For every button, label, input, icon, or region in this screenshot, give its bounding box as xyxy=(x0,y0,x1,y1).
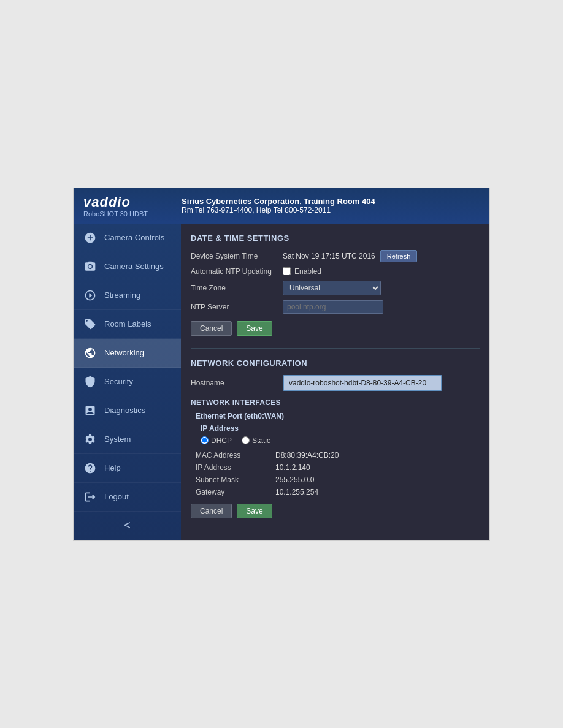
interfaces-title: NETWORK INTERFACES xyxy=(191,398,480,407)
network-section-title: NETWORK CONFIGURATION xyxy=(191,358,480,368)
sidebar-label-logout: Logout xyxy=(104,492,129,501)
sidebar-item-security[interactable]: Security xyxy=(74,368,181,396)
static-option[interactable]: Static xyxy=(242,436,270,445)
sidebar-collapse-button[interactable]: < xyxy=(74,512,181,539)
sidebar-label-camera-controls: Camera Controls xyxy=(104,233,164,242)
ip-label: IP Address xyxy=(196,463,275,472)
ip-row: IP Address 10.1.2.140 xyxy=(196,463,480,472)
date-time-save-button[interactable]: Save xyxy=(237,321,272,336)
logo-area: vaddio RoboSHOT 30 HDBT xyxy=(83,194,182,218)
plus-icon xyxy=(82,230,98,246)
sidebar-item-help[interactable]: Help xyxy=(74,454,181,483)
date-time-section-title: DATE & TIME SETTINGS xyxy=(191,233,480,243)
sidebar-label-security: Security xyxy=(104,377,133,386)
ntp-server-input[interactable] xyxy=(283,300,383,314)
subnet-row: Subnet Mask 255.255.0.0 xyxy=(196,476,480,484)
ntp-row: Automatic NTP Updating Enabled xyxy=(191,267,480,276)
ntp-enabled-label[interactable]: Enabled xyxy=(283,267,321,276)
device-time-label: Device System Time xyxy=(191,252,283,260)
ip-address-title: IP Address xyxy=(201,424,480,433)
sidebar: Camera Controls Camera Settings Streamin… xyxy=(74,224,181,540)
hostname-input[interactable] xyxy=(283,375,442,391)
logo-text: vaddio xyxy=(83,194,182,210)
ntp-enabled-text: Enabled xyxy=(294,267,321,276)
ip-mode-row: DHCP Static xyxy=(201,436,480,445)
date-time-btn-row: Cancel Save xyxy=(191,321,480,336)
camera-icon xyxy=(82,259,98,275)
timezone-select[interactable]: Universal xyxy=(283,281,381,295)
play-icon xyxy=(82,287,98,303)
date-time-section: DATE & TIME SETTINGS Device System Time … xyxy=(191,233,480,336)
company-title: Sirius Cybernetics Corporation, Training… xyxy=(182,197,375,206)
header-info: Sirius Cybernetics Corporation, Training… xyxy=(182,197,375,214)
ntp-server-label: NTP Server xyxy=(191,303,283,311)
device-time-row: Device System Time Sat Nov 19 17:15 UTC … xyxy=(191,250,480,262)
eth-title: Ethernet Port (eth0:WAN) xyxy=(196,412,480,420)
dhcp-option[interactable]: DHCP xyxy=(201,436,232,445)
network-cancel-button[interactable]: Cancel xyxy=(191,504,232,518)
device-time-value: Sat Nov 19 17:15 UTC 2016 xyxy=(283,252,375,260)
globe-icon xyxy=(82,345,98,361)
sidebar-label-room-labels: Room Labels xyxy=(104,319,151,328)
mac-label: MAC Address xyxy=(196,451,275,460)
section-divider xyxy=(191,348,480,349)
sidebar-label-help: Help xyxy=(104,463,121,472)
chart-icon xyxy=(82,403,98,419)
sidebar-item-camera-settings[interactable]: Camera Settings xyxy=(74,252,181,281)
contact-info: Rm Tel 763-971-4400, Help Tel 800-572-20… xyxy=(182,206,375,214)
network-btn-row: Cancel Save xyxy=(191,504,480,518)
sidebar-label-system: System xyxy=(104,434,131,444)
subnet-label: Subnet Mask xyxy=(196,476,275,484)
model-subtitle: RoboSHOT 30 HDBT xyxy=(83,210,182,218)
sidebar-item-streaming[interactable]: Streaming xyxy=(74,281,181,310)
static-label: Static xyxy=(252,436,270,445)
question-icon xyxy=(82,460,98,476)
dhcp-radio[interactable] xyxy=(201,436,209,444)
logout-icon xyxy=(82,489,98,505)
sidebar-label-camera-settings: Camera Settings xyxy=(104,262,164,271)
sidebar-label-networking: Networking xyxy=(104,348,144,357)
sidebar-item-logout[interactable]: Logout xyxy=(74,483,181,512)
network-save-button[interactable]: Save xyxy=(237,504,272,518)
static-radio[interactable] xyxy=(242,436,250,444)
sidebar-item-camera-controls[interactable]: Camera Controls xyxy=(74,224,181,252)
collapse-icon: < xyxy=(124,519,131,532)
network-section: NETWORK CONFIGURATION Hostname NETWORK I… xyxy=(191,358,480,518)
main-content: DATE & TIME SETTINGS Device System Time … xyxy=(181,224,489,540)
sidebar-label-streaming: Streaming xyxy=(104,290,140,300)
app-header: vaddio RoboSHOT 30 HDBT Sirius Cyberneti… xyxy=(74,188,489,224)
ntp-label: Automatic NTP Updating xyxy=(191,267,283,276)
sidebar-item-system[interactable]: System xyxy=(74,425,181,454)
dhcp-label: DHCP xyxy=(211,436,232,445)
ntp-enabled-checkbox[interactable] xyxy=(283,267,291,275)
sidebar-item-diagnostics[interactable]: Diagnostics xyxy=(74,396,181,425)
hostname-row: Hostname xyxy=(191,375,480,391)
gateway-row: Gateway 10.1.255.254 xyxy=(196,488,480,496)
subnet-value: 255.255.0.0 xyxy=(275,476,314,484)
sidebar-label-diagnostics: Diagnostics xyxy=(104,406,145,415)
gateway-value: 10.1.255.254 xyxy=(275,488,318,496)
date-time-cancel-button[interactable]: Cancel xyxy=(191,321,232,336)
mac-row: MAC Address D8:80:39:A4:CB:20 xyxy=(196,451,480,460)
sidebar-item-networking[interactable]: Networking xyxy=(74,339,181,368)
gateway-label: Gateway xyxy=(196,488,275,496)
gear-icon xyxy=(82,431,98,447)
ip-value: 10.1.2.140 xyxy=(275,463,310,472)
refresh-button[interactable]: Refresh xyxy=(380,250,418,262)
hostname-label: Hostname xyxy=(191,379,283,387)
mac-value: D8:80:39:A4:CB:20 xyxy=(275,451,339,460)
ntp-server-row: NTP Server xyxy=(191,300,480,314)
timezone-row: Time Zone Universal xyxy=(191,281,480,295)
timezone-label: Time Zone xyxy=(191,284,283,292)
shield-icon xyxy=(82,374,98,390)
sidebar-item-room-labels[interactable]: Room Labels xyxy=(74,310,181,339)
tag-icon xyxy=(82,316,98,332)
